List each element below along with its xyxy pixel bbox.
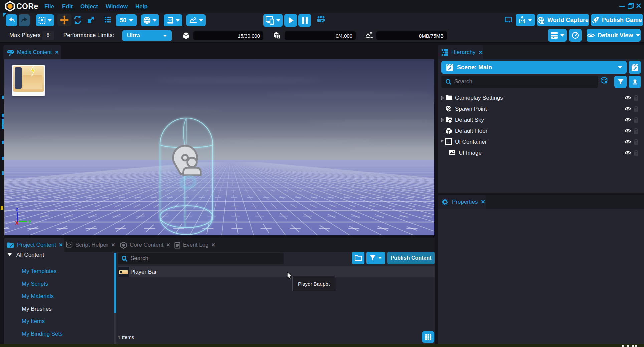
svg-text:Z: Z (16, 207, 18, 212)
svg-text:Y: Y (28, 219, 31, 224)
svg-text:X: X (15, 220, 19, 226)
